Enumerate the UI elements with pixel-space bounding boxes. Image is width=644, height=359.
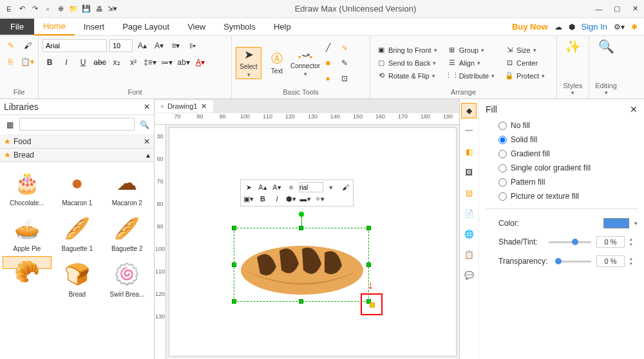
connector-tool[interactable]: ●⤻● Connector ▾: [292, 47, 318, 79]
shape-icon[interactable]: ⬢▾: [285, 193, 298, 205]
spinner-up-icon[interactable]: ▴: [630, 237, 638, 242]
close-icon[interactable]: ✕: [630, 4, 640, 14]
doc-tab-icon[interactable]: 📋: [461, 247, 477, 262]
share-icon[interactable]: ⬢: [569, 23, 575, 32]
distribute-btn[interactable]: ⋮⋮Distribute▾: [445, 70, 497, 82]
page-tab-icon[interactable]: 📄: [461, 206, 477, 221]
resize-handle-l[interactable]: [232, 262, 236, 267]
fill-tab-icon[interactable]: ◆: [461, 103, 477, 118]
pen-tool-icon[interactable]: ✎: [337, 56, 352, 70]
tab-symbols[interactable]: Symbols: [214, 19, 265, 35]
font-size-select[interactable]: [109, 39, 133, 52]
size-btn[interactable]: ⇲Size▾: [502, 44, 538, 56]
tab-insert[interactable]: Insert: [75, 19, 114, 35]
font-color-icon[interactable]: A▾: [193, 55, 207, 69]
eyedropper-icon[interactable]: ✎: [4, 39, 18, 53]
superscript-icon[interactable]: x²: [126, 55, 140, 69]
category-food[interactable]: ★Food✕: [0, 135, 154, 149]
tab-view[interactable]: View: [178, 19, 214, 35]
font-shrink-icon[interactable]: A▾: [270, 181, 283, 193]
format-painter-icon[interactable]: 🖌: [339, 181, 352, 193]
crop-tool-icon[interactable]: ⊡: [337, 71, 352, 86]
canvas[interactable]: ➤ A▴ A▾ ≡ ▾ 🖌 ▣▾ B I ⬢▾ ▬▾ ✧▾: [169, 127, 457, 356]
search-icon[interactable]: 🔍: [137, 118, 151, 132]
picture-tab-icon[interactable]: 🖼: [461, 165, 477, 180]
fill-no-fill[interactable]: No fill: [486, 118, 638, 133]
cursor-icon[interactable]: ➤: [242, 181, 255, 193]
align-left-icon[interactable]: ≡▾: [169, 39, 183, 53]
selected-shape[interactable]: ↓: [234, 228, 369, 302]
add-page-icon[interactable]: ⊕: [55, 4, 66, 14]
minimize-icon[interactable]: —: [594, 4, 604, 14]
rect-tool-icon[interactable]: ■: [321, 56, 335, 70]
styles-label[interactable]: Styles: [561, 80, 585, 89]
lib-item-macaron1[interactable]: ●Macaron 1: [53, 165, 102, 209]
find-icon[interactable]: 🔍: [598, 39, 614, 54]
spinner-down-icon[interactable]: ▾: [630, 261, 638, 266]
send-to-back[interactable]: ▢Send to Back▾: [374, 57, 439, 69]
close-panel-icon[interactable]: ✕: [144, 102, 150, 111]
shade-value[interactable]: 0 %: [596, 236, 625, 248]
close-fill-icon[interactable]: ✕: [630, 104, 638, 115]
lib-item-bread[interactable]: 🍞Bread: [53, 256, 102, 300]
web-tab-icon[interactable]: 🌐: [461, 226, 477, 242]
align-btn[interactable]: ☰Align▾: [445, 57, 483, 69]
bullets-icon[interactable]: ≔▾: [160, 55, 174, 69]
sign-in-link[interactable]: Sign In: [582, 22, 607, 32]
color-picker[interactable]: [603, 218, 629, 228]
group-btn[interactable]: ⊞Group▾: [445, 44, 488, 56]
fill-single-gradient[interactable]: Single color gradient fill: [486, 161, 638, 175]
increase-font-icon[interactable]: A▴: [135, 39, 149, 53]
font-select[interactable]: [43, 39, 107, 52]
subscript-icon[interactable]: x₂: [109, 55, 124, 69]
lib-item-chocolate[interactable]: 🎂Chocolate...: [3, 165, 52, 209]
library-picker-icon[interactable]: ▦: [3, 118, 17, 132]
protect-btn[interactable]: 🔒Protect▾: [502, 70, 547, 82]
resize-handle-bl[interactable]: [232, 299, 236, 304]
bold-icon[interactable]: B: [43, 55, 57, 69]
shade-slider[interactable]: [549, 241, 591, 243]
font-grow-icon[interactable]: A▴: [256, 181, 269, 193]
effects-icon[interactable]: ✧▾: [313, 193, 326, 205]
lib-item-swirl[interactable]: 🍥Swirl Brea...: [103, 256, 152, 300]
redo-icon[interactable]: ↷: [30, 4, 40, 14]
buy-now-link[interactable]: Buy Now: [512, 22, 548, 32]
oval-tool-icon[interactable]: ●: [321, 71, 335, 86]
spinner-down-icon[interactable]: ▾: [630, 242, 638, 247]
layout-tab-icon[interactable]: ▤: [461, 185, 477, 201]
bold-icon[interactable]: B: [256, 193, 269, 205]
fill-picture[interactable]: Picture or texture fill: [486, 189, 638, 203]
copy-icon[interactable]: ⎘: [4, 55, 18, 69]
spinner-up-icon[interactable]: ▴: [630, 256, 638, 261]
rotate-flip[interactable]: ⟲Rotate & Flip▾: [374, 70, 438, 82]
line-tab-icon[interactable]: 〰: [461, 124, 477, 139]
comment-tab-icon[interactable]: 💬: [461, 268, 477, 283]
fill-pattern[interactable]: Pattern fill: [486, 175, 638, 189]
select-tool[interactable]: ➤ Select ▾: [236, 47, 261, 79]
underline-icon[interactable]: U: [76, 55, 90, 69]
library-search-input[interactable]: [19, 118, 135, 131]
resize-handle-r[interactable]: [366, 262, 371, 267]
multicolor-icon[interactable]: ✱: [631, 23, 638, 32]
align-top-icon[interactable]: ⫴▾: [185, 39, 200, 53]
mini-font-input[interactable]: [299, 182, 323, 192]
fill-color-icon[interactable]: ▣▾: [242, 193, 255, 205]
color-dropdown-icon[interactable]: ▾: [634, 220, 638, 226]
open-icon[interactable]: 📁: [68, 4, 79, 14]
line-style-icon[interactable]: ▬▾: [299, 193, 312, 205]
lib-item-baguette1[interactable]: 🥖Baguette 1: [53, 210, 102, 255]
bring-to-front[interactable]: ▣Bring to Front▾: [374, 44, 440, 56]
fill-solid[interactable]: Solid fill: [486, 133, 638, 147]
new-icon[interactable]: ▫: [43, 4, 53, 14]
tab-home[interactable]: Home: [34, 18, 75, 35]
italic-icon[interactable]: I: [270, 193, 283, 205]
transparency-value[interactable]: 0 %: [596, 255, 625, 267]
save-icon[interactable]: 💾: [81, 4, 91, 14]
lib-item-baguette2[interactable]: 🥖Baguette 2: [103, 210, 152, 255]
category-bread[interactable]: ★Bread▴: [0, 149, 154, 162]
highlight-icon[interactable]: ab▾: [176, 55, 191, 69]
curve-tool-icon[interactable]: ∿: [337, 41, 352, 55]
export-icon[interactable]: ⇲▾: [107, 4, 117, 14]
shadow-tab-icon[interactable]: ◧: [461, 144, 477, 160]
editing-label[interactable]: Editing: [593, 80, 619, 89]
